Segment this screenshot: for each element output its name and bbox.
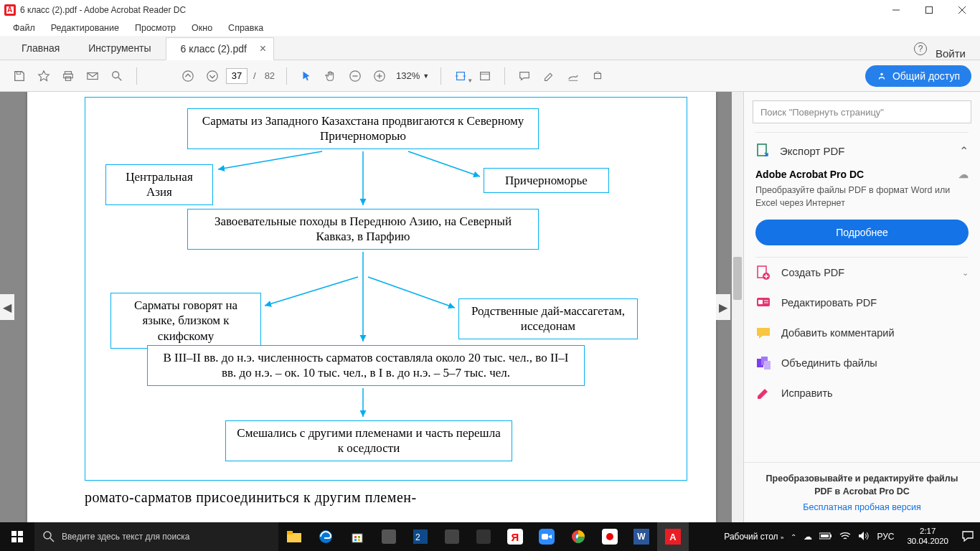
page-up-icon[interactable]	[177, 65, 199, 87]
diagram-box-4: Завоевательные походы в Переднюю Азию, н…	[187, 209, 539, 250]
zoom-out-icon[interactable]	[344, 65, 366, 87]
comment-tool-label: Добавить комментарий	[781, 327, 969, 339]
tray-onedrive-icon[interactable]: ☁	[804, 532, 812, 542]
fit-width-icon[interactable]: ▼	[450, 65, 471, 87]
tray-language[interactable]: РУС	[877, 532, 894, 542]
pointer-icon[interactable]	[296, 65, 317, 87]
task-acrobat-icon[interactable]: A	[657, 522, 689, 551]
svg-rect-59	[542, 534, 548, 540]
menu-window[interactable]: Окно	[184, 22, 220, 34]
task-word-icon[interactable]: W	[626, 522, 657, 551]
combine-tool[interactable]: Объединить файлы	[755, 348, 969, 378]
svg-line-29	[368, 277, 455, 308]
desktop-toolbar[interactable]: Рабочий стол »	[724, 532, 783, 542]
help-icon: ?	[914, 42, 927, 55]
tray-clock[interactable]: 2:17 30.04.2020	[901, 527, 954, 547]
tray-wifi-icon[interactable]	[839, 532, 851, 542]
stamp-icon[interactable]	[587, 65, 608, 87]
sidebar-search[interactable]: Поиск "Повернуть страницу"	[753, 100, 971, 123]
task-app4-icon[interactable]	[468, 522, 499, 551]
task-store-icon[interactable]	[341, 522, 373, 551]
task-chrome-icon[interactable]	[562, 522, 594, 551]
svg-rect-50	[287, 531, 293, 534]
redact-label: Исправить	[781, 387, 969, 399]
edit-pdf-tool[interactable]: Редактировать PDF	[755, 288, 969, 318]
svg-line-48	[50, 538, 54, 542]
task-edge-icon[interactable]	[310, 522, 341, 551]
menu-view[interactable]: Просмотр	[128, 22, 183, 34]
document-view[interactable]: ◀ ▶ Сарматы из Западного Казахстана прод…	[0, 92, 743, 522]
diagram-box-6: Родственные дай-массагетам, исседонам	[458, 298, 638, 339]
svg-rect-6	[64, 74, 73, 77]
print-icon[interactable]	[57, 65, 79, 87]
svg-rect-22	[595, 73, 601, 78]
task-app2-icon[interactable]: 2	[405, 522, 436, 551]
mail-icon[interactable]	[82, 65, 103, 87]
star-icon[interactable]	[33, 65, 55, 87]
page-number-input[interactable]	[226, 68, 248, 84]
task-app1-icon[interactable]	[373, 522, 405, 551]
page-separator: /	[253, 70, 256, 81]
close-button[interactable]	[946, 0, 979, 20]
save-icon[interactable]	[9, 65, 30, 87]
menu-edit[interactable]: Редактирование	[44, 22, 126, 34]
page-prev-button[interactable]: ◀	[0, 294, 14, 320]
pdf-app-icon	[4, 4, 16, 16]
diagram: Сарматы из Западного Казахстана продвига…	[85, 97, 687, 481]
sign-icon[interactable]	[562, 65, 584, 87]
svg-line-28	[265, 277, 358, 306]
login-link[interactable]: Войти	[936, 47, 966, 60]
redact-tool[interactable]: Исправить	[755, 378, 969, 408]
svg-rect-7	[65, 76, 70, 80]
share-button[interactable]: Общий доступ	[865, 65, 971, 87]
maximize-button[interactable]	[913, 0, 946, 20]
zoom-in-icon[interactable]	[369, 65, 390, 87]
task-zoom-icon[interactable]	[531, 522, 562, 551]
comment-icon[interactable]	[514, 65, 535, 87]
diagram-box-3: Причерноморье	[484, 168, 609, 193]
product-title: Adobe Acrobat Pro DC	[755, 169, 864, 180]
zoom-selector[interactable]: 132%▼	[396, 70, 429, 81]
task-rec-icon[interactable]	[594, 522, 626, 551]
help-button[interactable]: ?	[910, 38, 931, 60]
promo-link[interactable]: Бесплатная пробная версия	[758, 502, 966, 512]
task-explorer-icon[interactable]	[278, 522, 310, 551]
tab-tools[interactable]: Инструменты	[74, 37, 165, 60]
more-info-button[interactable]: Подробнее	[755, 220, 969, 245]
comment-tool[interactable]: Добавить комментарий	[755, 318, 969, 348]
menu-file[interactable]: Файл	[6, 22, 42, 34]
tray-date: 30.04.2020	[907, 537, 948, 547]
svg-rect-45	[11, 537, 17, 542]
taskbar-search[interactable]: Введите здесь текст для поиска	[34, 522, 278, 551]
svg-line-26	[408, 151, 480, 176]
tab-close-icon[interactable]: ×	[260, 42, 266, 55]
create-pdf-tool[interactable]: Создать PDF ⌄	[755, 258, 969, 288]
hand-icon[interactable]	[320, 65, 341, 87]
tray-battery-icon[interactable]	[819, 532, 832, 542]
search-icon[interactable]	[106, 65, 128, 87]
menu-help[interactable]: Справка	[221, 22, 270, 34]
share-icon	[877, 71, 887, 81]
export-pdf-icon	[755, 143, 771, 159]
page-next-button[interactable]: ▶	[716, 294, 730, 320]
tray-chevron-icon[interactable]: ⌃	[791, 533, 796, 541]
svg-rect-56	[358, 539, 360, 541]
vertical-scrollbar[interactable]	[732, 92, 743, 522]
minimize-button[interactable]	[880, 0, 913, 20]
highlight-icon[interactable]	[538, 65, 560, 87]
diagram-box-8: Смешались с другими племенами и часть пе…	[225, 420, 512, 461]
svg-point-11	[183, 70, 193, 80]
svg-line-25	[218, 151, 322, 169]
tab-home[interactable]: Главная	[7, 37, 74, 60]
start-button[interactable]	[0, 522, 34, 551]
page-down-icon[interactable]	[202, 65, 223, 87]
task-yandex-icon[interactable]: Я	[499, 522, 531, 551]
search-icon	[43, 531, 55, 542]
tab-document[interactable]: 6 класс (2).pdf ×	[166, 37, 275, 60]
svg-rect-64	[830, 534, 831, 537]
tray-notifications-icon[interactable]	[961, 530, 974, 544]
export-pdf-panel[interactable]: Экспорт PDF ⌃	[755, 133, 969, 169]
page-display-icon[interactable]	[474, 65, 496, 87]
tray-volume-icon[interactable]	[858, 531, 870, 543]
task-app3-icon[interactable]	[436, 522, 468, 551]
